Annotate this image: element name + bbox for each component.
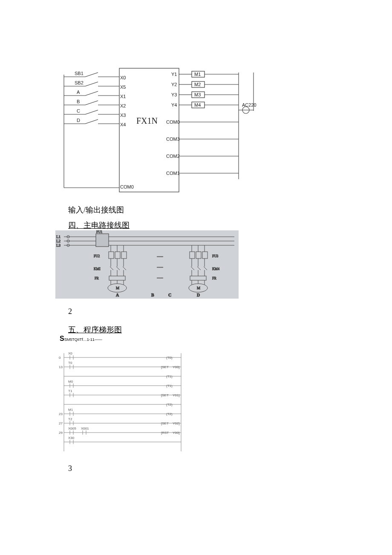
input-a: A: [77, 90, 80, 95]
io-caption: 输入/输出接线图: [68, 205, 392, 215]
svg-text:X5: X5: [120, 84, 126, 90]
subhead-s: S: [60, 335, 64, 342]
svg-text:13: 13: [59, 365, 63, 369]
svg-text:Y4: Y4: [171, 102, 177, 108]
svg-rect-56: [55, 230, 239, 299]
svg-text:COM2: COM2: [166, 154, 180, 159]
svg-line-23: [85, 119, 98, 124]
svg-text:Y00]: Y00]: [173, 431, 179, 435]
page-number-3: 3: [68, 464, 392, 473]
svg-text:(T2): (T2): [166, 412, 173, 416]
svg-text:FU2: FU2: [94, 254, 100, 258]
load-m4: M4: [194, 102, 201, 108]
svg-text:Y1: Y1: [171, 72, 177, 77]
plc-io-diagram: .pn { font: 11px sans-serif; fill:#222; …: [55, 60, 260, 196]
svg-text:27: 27: [59, 421, 63, 425]
svg-text:Y3: Y3: [171, 92, 177, 97]
plc-model: FX1N: [136, 116, 158, 125]
svg-text:C: C: [168, 293, 171, 297]
svg-text:X0: X0: [68, 352, 72, 355]
supply-ac220: AC220: [242, 102, 257, 108]
svg-text:COM1: COM1: [166, 171, 180, 176]
main-circuit-diagram: L1 L2 L3 FU1 FU2 KMI FR M A: [55, 230, 239, 299]
svg-text:COM3: COM3: [166, 137, 180, 142]
svg-line-15: [85, 101, 98, 105]
svg-text:X30: X30: [68, 436, 75, 440]
svg-text:[RST: [RST: [161, 431, 169, 435]
svg-line-3: [85, 73, 98, 77]
heading-main-circuit: 四、主电路接线图: [68, 220, 392, 230]
svg-text:FU1: FU1: [96, 230, 102, 234]
svg-text:······: ······: [157, 265, 163, 270]
svg-text:[SET: [SET: [161, 393, 169, 397]
svg-rect-66: [96, 234, 109, 247]
svg-text:X2: X2: [120, 103, 126, 108]
svg-line-11: [85, 91, 98, 96]
svg-text:D: D: [197, 293, 200, 297]
svg-text:X1: X1: [120, 94, 126, 99]
svg-text:(T2): (T2): [166, 403, 173, 407]
svg-text:Y2: Y2: [171, 82, 177, 87]
svg-text:L3: L3: [56, 243, 61, 247]
svg-line-7: [85, 82, 98, 86]
page-number-2: 2: [68, 307, 392, 316]
svg-text:L1: L1: [56, 235, 61, 239]
svg-text:0: 0: [59, 356, 61, 360]
svg-text:X005: X005: [68, 427, 76, 430]
svg-text:M1: M1: [68, 408, 73, 412]
load-m2: M2: [194, 82, 201, 87]
svg-text:23: 23: [59, 412, 63, 416]
subhead: SM5TQIITf…1-11——: [64, 337, 102, 342]
input-sb1: SB1: [75, 71, 84, 76]
svg-text:T2: T2: [68, 417, 72, 421]
svg-text:[SET: [SET: [161, 365, 169, 369]
ladder-diagram: .ll { stroke:#888; stroke-width:1; fill:…: [55, 349, 187, 456]
svg-text:T1: T1: [68, 389, 72, 393]
svg-text:M0: M0: [68, 380, 73, 384]
svg-text:COM0: COM0: [120, 184, 134, 189]
svg-text:A: A: [116, 293, 119, 297]
svg-text:KMI: KMI: [94, 267, 101, 271]
svg-text:29: 29: [59, 431, 63, 435]
svg-text:M: M: [116, 286, 119, 290]
input-sb2: SB2: [75, 80, 84, 85]
svg-text:······: ······: [157, 276, 163, 280]
svg-text:FU3: FU3: [212, 254, 218, 258]
svg-text:X0: X0: [120, 75, 126, 80]
svg-text:FR: FR: [212, 276, 216, 280]
svg-text:Y02]: Y02]: [173, 421, 179, 425]
svg-text:(T0): (T0): [166, 356, 173, 360]
svg-text:L2: L2: [56, 239, 61, 243]
svg-text:(T1): (T1): [166, 375, 173, 378]
svg-text:KM4: KM4: [212, 267, 219, 271]
svg-text:[SET: [SET: [161, 421, 169, 425]
svg-text:COM0: COM0: [166, 119, 180, 125]
load-m1: M1: [194, 72, 201, 77]
svg-text:B: B: [151, 293, 154, 297]
svg-text:FR: FR: [95, 276, 99, 280]
svg-text:X001: X001: [81, 427, 89, 430]
input-b: B: [77, 99, 80, 104]
heading-ladder: 五、程序梯形图: [68, 325, 392, 335]
input-c: C: [77, 108, 80, 113]
svg-text:Y01]: Y01]: [173, 393, 179, 397]
load-m3: M3: [194, 92, 201, 97]
svg-text:······: ······: [157, 254, 163, 259]
svg-text:Y00]: Y00]: [173, 365, 179, 369]
svg-line-19: [85, 110, 98, 114]
svg-text:T0: T0: [68, 361, 72, 365]
svg-text:X4: X4: [120, 122, 126, 127]
svg-text:M: M: [197, 286, 200, 290]
svg-text:X3: X3: [120, 113, 126, 118]
input-d: D: [77, 118, 80, 123]
svg-text:(T1): (T1): [166, 384, 173, 388]
